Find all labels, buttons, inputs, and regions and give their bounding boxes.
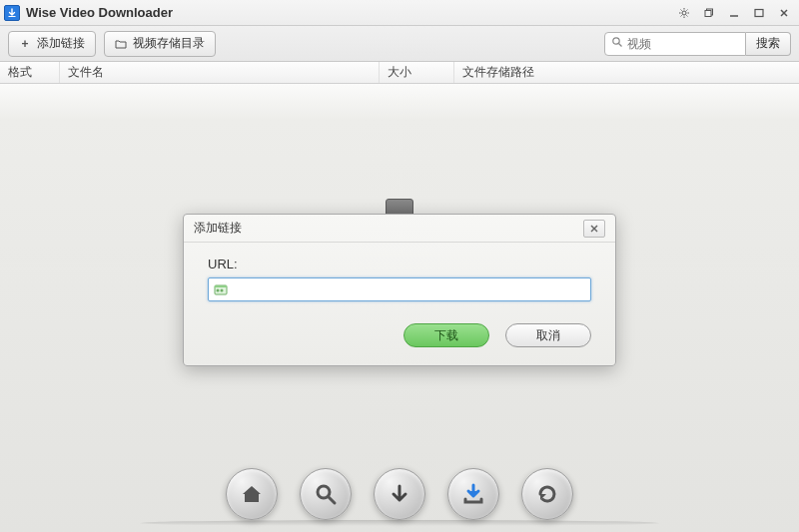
minimize-button[interactable] [723,4,745,22]
col-path[interactable]: 文件存储路径 [454,62,799,83]
download-button[interactable]: 下载 [403,323,489,347]
toolbar: + 添加链接 视频存储目录 搜索 [0,26,799,62]
save-download-button[interactable] [447,468,499,520]
svg-point-24 [217,289,220,292]
search-nav-button[interactable] [300,468,352,520]
svg-rect-13 [755,9,763,16]
app-logo [4,5,20,21]
add-link-label: 添加链接 [37,35,85,52]
svg-line-7 [686,15,687,16]
svg-point-1 [682,11,686,15]
col-format[interactable]: 格式 [0,62,60,83]
url-input[interactable] [233,282,586,296]
storage-dir-label: 视频存储目录 [133,35,205,52]
dialog-buttons: 下载 取消 [208,323,591,347]
svg-rect-0 [9,16,16,17]
dialog-title: 添加链接 [194,220,242,237]
storage-dir-button[interactable]: 视频存储目录 [104,31,216,57]
svg-point-16 [613,38,619,44]
plus-icon: + [19,38,31,50]
add-link-dialog: 添加链接 URL: 下载 取消 [183,214,616,366]
search-icon [611,36,623,51]
dialog-close-button[interactable] [583,220,605,238]
url-input-wrap[interactable] [208,277,591,301]
app-title: Wise Video Downloader [26,5,673,20]
svg-rect-11 [705,10,711,16]
restore-button[interactable] [698,4,720,22]
dialog-body: URL: 下载 取消 [184,243,615,365]
bottom-nav [226,468,573,520]
add-link-button[interactable]: + 添加链接 [8,31,96,57]
svg-line-6 [681,9,682,10]
col-filename[interactable]: 文件名 [60,62,380,83]
maximize-button[interactable] [748,4,770,22]
url-label: URL: [208,257,591,271]
download-arrow-button[interactable] [374,468,425,520]
svg-line-19 [329,497,335,503]
close-button[interactable] [773,4,795,22]
dialog-titlebar: 添加链接 [184,215,615,243]
svg-line-8 [686,9,687,10]
title-bar: Wise Video Downloader [0,0,799,26]
search-button[interactable]: 搜索 [746,32,791,56]
window-controls [673,4,795,22]
column-headers: 格式 文件名 大小 文件存储路径 [0,62,799,84]
refresh-button[interactable] [521,468,573,520]
search-group: 搜索 [604,32,791,56]
svg-rect-23 [215,285,227,287]
col-size[interactable]: 大小 [380,62,454,83]
svg-line-17 [619,44,622,47]
bottom-shelf-shadow [140,520,659,526]
svg-point-25 [221,289,224,292]
url-icon [213,281,229,297]
search-box[interactable] [604,32,746,56]
settings-button[interactable] [673,4,695,22]
home-button[interactable] [226,468,278,520]
cancel-button[interactable]: 取消 [505,323,591,347]
folder-icon [115,38,127,50]
search-input[interactable] [627,37,739,51]
svg-line-9 [681,15,682,16]
